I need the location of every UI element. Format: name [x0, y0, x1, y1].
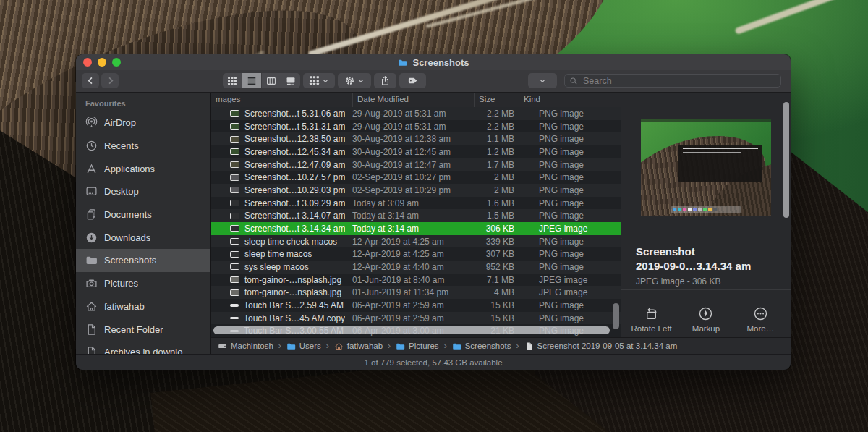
file-date: 29-Aug-2019 at 5:31 am [352, 122, 474, 132]
page-fill-icon [524, 342, 534, 351]
folder-icon [286, 342, 296, 351]
file-row[interactable]: Screenshot…12.38.50 am30-Aug-2019 at 12:… [211, 132, 621, 145]
sidebar-item-fatiwahab[interactable]: fatiwahab [76, 295, 210, 318]
thumbnail-menubar [641, 119, 771, 122]
file-row[interactable]: Screenshot…t 3.14.34 amToday at 3:14 am3… [211, 222, 621, 235]
path-item-label: Screenshots [465, 342, 511, 350]
file-size: 15 KB [474, 313, 519, 323]
sidebar-item-recent-folder[interactable]: Recent Folder [76, 318, 210, 341]
window-title-area: Screenshots [76, 54, 791, 70]
preview-thumbnail[interactable] [641, 119, 771, 216]
file-row[interactable]: Screenshot…10.29.03 pm02-Sep-2019 at 10:… [211, 184, 621, 197]
status-bar: 1 of 779 selected, 57.43 GB available [76, 354, 791, 370]
sidebar-item-recents[interactable]: Recents [76, 135, 210, 158]
close-button[interactable] [83, 58, 92, 67]
list-view-button[interactable] [242, 73, 261, 88]
file-row[interactable]: tom-gainor-…nsplash.jpg01-Jun-2019 at 11… [211, 286, 621, 299]
file-row[interactable]: sys sleep macos12-Apr-2019 at 4:40 am952… [211, 261, 621, 274]
view-mode-segmented-control [223, 73, 300, 88]
file-thumbnail-icon [230, 317, 239, 320]
search-input[interactable] [582, 75, 776, 87]
file-row[interactable]: sleep time macos12-Apr-2019 at 4:25 am30… [211, 247, 621, 261]
title-bar[interactable]: Screenshots [76, 54, 791, 70]
path-item-machintosh[interactable]: Machintosh [218, 342, 273, 351]
file-row[interactable]: Screenshot…t 3.14.07 amToday at 3:14 am1… [211, 209, 621, 222]
file-name: Screenshot…t 3.14.34 am [244, 224, 345, 234]
file-date: 06-Apr-2019 at 2:59 am [352, 300, 474, 310]
more-icon [753, 306, 768, 321]
preview-pane: Screenshot 2019-09-0…3.14.34 am JPEG ima… [621, 93, 791, 337]
share-button[interactable] [374, 73, 396, 88]
folder-icon [397, 58, 408, 67]
file-row[interactable]: Touch Bar S…2.59.45 AM06-Apr-2019 at 2:5… [211, 299, 621, 312]
column-header-size[interactable]: Size [474, 93, 519, 107]
path-item-screenshot-2019-09-05-at-3-14-34-am[interactable]: Screenshot 2019-09-05 at 3.14.34 am [524, 342, 678, 351]
path-item-fatiwahab[interactable]: fatiwahab [334, 342, 383, 351]
icon-view-button[interactable] [223, 73, 242, 88]
back-button[interactable] [82, 73, 99, 88]
file-size: 307 KB [474, 249, 519, 259]
group-button[interactable] [303, 73, 335, 88]
file-date: 01-Jun-2019 at 11:34 pm [352, 287, 474, 297]
toolbar-dropdown[interactable] [528, 73, 557, 88]
path-item-users[interactable]: Users [286, 342, 321, 351]
preview-scrollbar[interactable] [783, 102, 789, 218]
path-item-pictures[interactable]: Pictures [396, 342, 439, 351]
file-thumbnail-icon [230, 110, 239, 117]
action-menu-button[interactable] [338, 73, 371, 88]
sidebar-item-desktop[interactable]: Desktop [76, 180, 210, 203]
file-row[interactable]: Screenshot…12.47.09 am30-Aug-2019 at 12:… [211, 158, 621, 171]
path-item-screenshots[interactable]: Screenshots [452, 342, 511, 351]
file-row[interactable]: Screenshot…t 5.31.06 am29-Aug-2019 at 5:… [211, 107, 621, 120]
more-button[interactable]: More… [733, 306, 788, 333]
desktop-background: Screenshots [0, 0, 868, 432]
markup-button[interactable]: Markup [678, 306, 733, 333]
search-field[interactable] [564, 74, 781, 88]
file-thumbnail-icon [230, 200, 239, 206]
page-icon [85, 323, 98, 336]
file-size: 2.2 MB [474, 122, 519, 132]
minimize-button[interactable] [98, 58, 106, 67]
path-item-label: Screenshot 2019-09-05 at 3.14.34 am [537, 342, 678, 350]
file-row[interactable]: Screenshot…t 5.31.31 am29-Aug-2019 at 5:… [211, 120, 621, 133]
file-kind: PNG image [519, 122, 621, 132]
forward-button[interactable] [101, 73, 119, 88]
file-name: Screenshot…12.47.09 am [244, 160, 345, 170]
file-size: 1.7 MB [474, 160, 519, 170]
gallery-view-button[interactable] [281, 73, 300, 88]
file-row[interactable]: Screenshot…10.27.57 pm02-Sep-2019 at 10:… [211, 171, 621, 184]
vertical-scrollbar[interactable] [613, 303, 619, 329]
sidebar-item-downloads[interactable]: Downloads [76, 226, 210, 249]
file-row[interactable]: sleep time check macos12-Apr-2019 at 4:2… [211, 235, 621, 248]
sidebar-item-pictures[interactable]: Pictures [76, 272, 210, 295]
file-thumbnail-icon [230, 225, 239, 232]
file-row[interactable]: Screenshot…12.45.34 am30-Aug-2019 at 12:… [211, 145, 621, 158]
file-date: 30-Aug-2019 at 12:47 am [352, 160, 474, 170]
column-header-date-modified[interactable]: Date Modified [352, 93, 474, 107]
rotate-left-button[interactable]: Rotate Left [624, 306, 678, 333]
file-name: Touch Bar S…45 AM copy [244, 313, 345, 323]
sidebar-section-header: Favourites [76, 96, 210, 111]
file-row[interactable]: Touch Bar S…45 AM copy06-Apr-2019 at 2:5… [211, 312, 621, 325]
file-row[interactable]: tom-gainor-…nsplash.jpg01-Jun-2019 at 8:… [211, 274, 621, 287]
tag-button[interactable] [399, 73, 426, 88]
sidebar-item-airdrop[interactable]: AirDrop [76, 111, 210, 135]
preview-divider [621, 289, 791, 290]
column-header-kind[interactable]: Kind [519, 93, 621, 107]
file-size: 2.2 MB [474, 109, 519, 119]
column-view-button[interactable] [261, 73, 281, 88]
path-item-label: Users [299, 342, 321, 350]
zoom-button[interactable] [112, 58, 121, 67]
desktop-icon [85, 185, 98, 198]
preview-file-meta: JPEG image - 306 KB [636, 276, 785, 287]
file-size: 339 KB [474, 237, 519, 247]
path-bar: Machintosh›Users›fatiwahab›Pictures›Scre… [211, 337, 791, 354]
sidebar-item-screenshots[interactable]: Screenshots [76, 249, 210, 272]
sidebar-item-documents[interactable]: Documents [76, 203, 210, 226]
column-header-mages[interactable]: mages [211, 93, 352, 107]
sidebar-item-applications[interactable]: Applications [76, 157, 210, 180]
file-name: Screenshot…10.27.57 pm [244, 172, 345, 182]
sidebar-item-archives-in-downlo[interactable]: Archives in downlo… [76, 341, 210, 354]
file-row[interactable]: Screenshot…t 3.09.29 amToday at 3:09 am1… [211, 197, 621, 210]
horizontal-scrollbar[interactable] [213, 326, 610, 334]
